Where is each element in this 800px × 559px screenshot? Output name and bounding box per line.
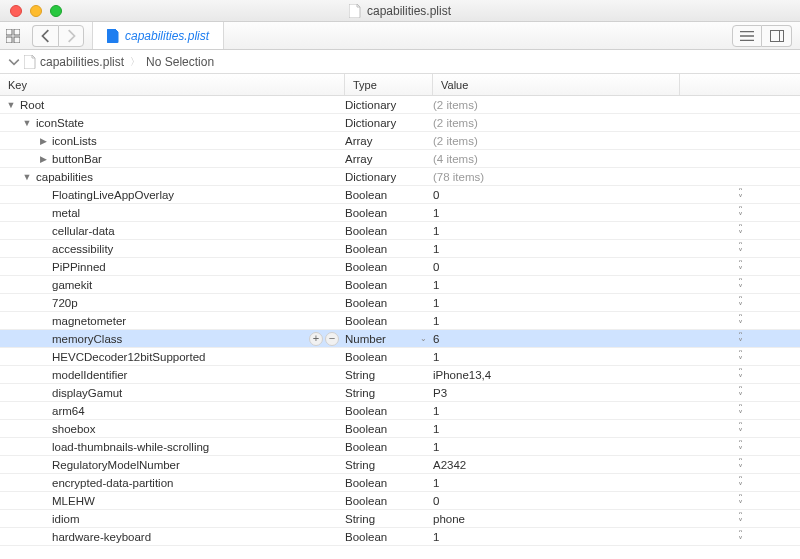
plist-row[interactable]: ▼iconStateDictionary(2 items) [0,114,800,132]
value-cell[interactable]: (4 items) [433,153,680,165]
type-cell[interactable]: Boolean [345,531,433,543]
plist-row[interactable]: shoeboxBoolean1˄˅ [0,420,800,438]
close-window-button[interactable] [10,5,22,17]
value-stepper[interactable]: ˄˅ [738,260,743,274]
key-cell[interactable]: ▼iconState [0,117,345,129]
key-cell[interactable]: ▶iconLists [0,135,345,147]
type-cell[interactable]: String [345,369,433,381]
assistant-layout-button[interactable] [762,25,792,47]
type-cell[interactable]: Array [345,153,433,165]
column-header-value[interactable]: Value [433,74,680,95]
key-cell[interactable]: metal [0,207,345,219]
type-cell[interactable]: Boolean [345,477,433,489]
jump-bar[interactable]: capabilities.plist 〉 No Selection [0,50,800,74]
type-cell[interactable]: Dictionary [345,171,433,183]
plist-row[interactable]: ▼capabilitiesDictionary(78 items) [0,168,800,186]
type-cell[interactable]: Boolean [345,261,433,273]
value-cell[interactable]: 0 [433,495,680,507]
value-cell[interactable]: 1 [433,477,680,489]
value-cell[interactable]: (2 items) [433,135,680,147]
plist-row[interactable]: cellular-dataBoolean1˄˅ [0,222,800,240]
key-cell[interactable]: PiPPinned [0,261,345,273]
value-cell[interactable]: (2 items) [433,117,680,129]
disclosure-triangle-icon[interactable]: ▼ [6,100,16,110]
value-cell[interactable]: 1 [433,423,680,435]
value-stepper[interactable]: ˄˅ [738,350,743,364]
plist-row[interactable]: encrypted-data-partitionBoolean1˄˅ [0,474,800,492]
value-cell[interactable]: (78 items) [433,171,680,183]
type-cell[interactable]: Boolean [345,279,433,291]
type-cell[interactable]: Boolean [345,495,433,507]
key-cell[interactable]: MLEHW [0,495,345,507]
tab-capabilities-plist[interactable]: capabilities.plist [92,22,224,49]
key-cell[interactable]: encrypted-data-partition [0,477,345,489]
value-stepper[interactable]: ˄˅ [738,278,743,292]
key-cell[interactable]: shoebox [0,423,345,435]
breadcrumb-selection[interactable]: No Selection [146,55,214,69]
type-cell[interactable]: Boolean [345,441,433,453]
related-items-button[interactable] [0,25,26,47]
key-cell[interactable]: modelIdentifier [0,369,345,381]
value-cell[interactable]: iPhone13,4 [433,369,680,381]
plist-row[interactable]: displayGamutStringP3˄˅ [0,384,800,402]
value-stepper[interactable]: ˄˅ [738,368,743,382]
key-cell[interactable]: RegulatoryModelNumber [0,459,345,471]
key-cell[interactable]: displayGamut [0,387,345,399]
plist-row[interactable]: hardware-keyboardBoolean1˄˅ [0,528,800,546]
key-cell[interactable]: arm64 [0,405,345,417]
type-cell[interactable]: String [345,459,433,471]
plist-row[interactable]: PiPPinnedBoolean0˄˅ [0,258,800,276]
minimize-window-button[interactable] [30,5,42,17]
plist-row[interactable]: HEVCDecoder12bitSupportedBoolean1˄˅ [0,348,800,366]
back-button[interactable] [32,25,58,47]
plist-row[interactable]: FloatingLiveAppOverlayBoolean0˄˅ [0,186,800,204]
key-cell[interactable]: ▶buttonBar [0,153,345,165]
type-cell[interactable]: Number⌄ [345,333,433,345]
value-stepper[interactable]: ˄˅ [738,296,743,310]
key-cell[interactable]: magnetometer [0,315,345,327]
plist-row[interactable]: arm64Boolean1˄˅ [0,402,800,420]
value-cell[interactable]: 1 [433,531,680,543]
type-popup-chevron-icon[interactable]: ⌄ [420,334,427,343]
plist-row[interactable]: modelIdentifierStringiPhone13,4˄˅ [0,366,800,384]
key-cell[interactable]: idiom [0,513,345,525]
key-cell[interactable]: cellular-data [0,225,345,237]
type-cell[interactable]: Boolean [345,351,433,363]
value-stepper[interactable]: ˄˅ [738,332,743,346]
value-cell[interactable]: 1 [433,243,680,255]
plist-row[interactable]: memoryClass+−Number⌄6˄˅ [0,330,800,348]
type-cell[interactable]: Boolean [345,423,433,435]
key-cell[interactable]: ▼capabilities [0,171,345,183]
value-stepper[interactable]: ˄˅ [738,458,743,472]
plist-row[interactable]: metalBoolean1˄˅ [0,204,800,222]
value-stepper[interactable]: ˄˅ [738,404,743,418]
disclosure-triangle-icon[interactable]: ▼ [22,172,32,182]
value-cell[interactable]: 0 [433,189,680,201]
value-cell[interactable]: 1 [433,405,680,417]
value-stepper[interactable]: ˄˅ [738,422,743,436]
value-cell[interactable]: A2342 [433,459,680,471]
type-cell[interactable]: Boolean [345,225,433,237]
plist-row[interactable]: load-thumbnails-while-scrollingBoolean1˄… [0,438,800,456]
plist-row[interactable]: ▶buttonBarArray(4 items) [0,150,800,168]
column-header-key[interactable]: Key [0,74,345,95]
key-cell[interactable]: hardware-keyboard [0,531,345,543]
type-cell[interactable]: Boolean [345,189,433,201]
key-cell[interactable]: ▼Root [0,99,345,111]
key-cell[interactable]: accessibility [0,243,345,255]
key-cell[interactable]: 720p [0,297,345,309]
value-stepper[interactable]: ˄˅ [738,386,743,400]
type-cell[interactable]: Boolean [345,297,433,309]
type-cell[interactable]: String [345,513,433,525]
value-cell[interactable]: 0 [433,261,680,273]
value-stepper[interactable]: ˄˅ [738,314,743,328]
plist-row[interactable]: ▶iconListsArray(2 items) [0,132,800,150]
value-cell[interactable]: 6 [433,333,680,345]
type-cell[interactable]: Array [345,135,433,147]
value-cell[interactable]: 1 [433,297,680,309]
value-stepper[interactable]: ˄˅ [738,530,743,544]
type-cell[interactable]: Dictionary [345,99,433,111]
plist-outline[interactable]: ▼RootDictionary(2 items)▼iconStateDictio… [0,96,800,559]
remove-row-button[interactable]: − [325,332,339,346]
type-cell[interactable]: Dictionary [345,117,433,129]
